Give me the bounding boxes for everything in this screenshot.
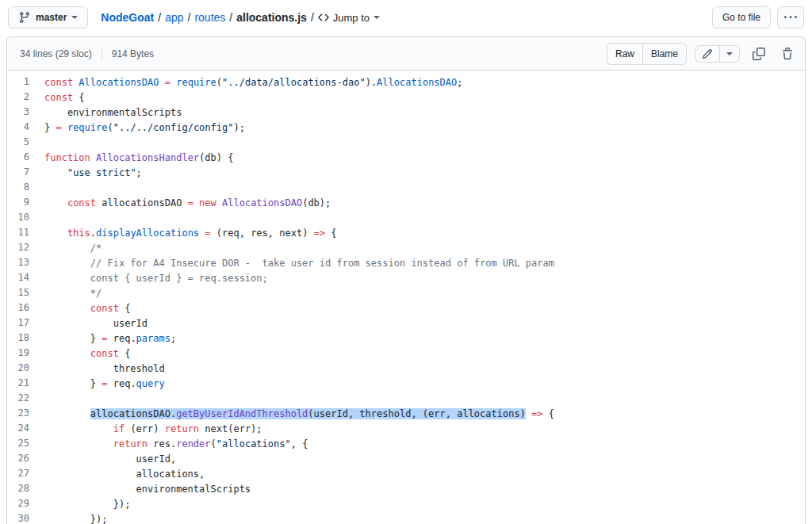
line-number[interactable]: 14 <box>7 271 44 286</box>
line-number[interactable]: 3 <box>7 105 44 120</box>
line-content: }); <box>44 497 805 512</box>
code-line: 7 "use strict"; <box>7 166 805 181</box>
chevron-down-icon <box>726 52 733 55</box>
line-number[interactable]: 25 <box>7 437 44 452</box>
raw-blame-group: Raw Blame <box>607 43 687 65</box>
line-number[interactable]: 10 <box>7 211 44 226</box>
line-number[interactable]: 21 <box>7 377 44 392</box>
line-content: /* <box>44 241 805 256</box>
line-content: const allocationsDAO = new AllocationsDA… <box>44 196 805 211</box>
line-number[interactable]: 8 <box>7 181 44 196</box>
line-content: } = req.params; <box>44 331 805 346</box>
breadcrumb-file-name: allocations.js <box>236 11 307 24</box>
delete-file-button[interactable] <box>778 44 797 63</box>
code-line: 6function AllocationsHandler(db) { <box>7 151 805 166</box>
breadcrumb-separator: / <box>158 11 161 24</box>
line-content: threshold <box>44 361 805 377</box>
line-number[interactable]: 6 <box>7 151 44 166</box>
line-content: userId <box>44 316 805 331</box>
code-line: 22 <box>7 392 805 407</box>
file-viewer: 34 lines (29 sloc) 914 Bytes Raw Blame <box>6 36 806 524</box>
line-number[interactable]: 7 <box>7 166 44 181</box>
code-line: 3 environmentalScripts <box>7 105 805 120</box>
chevron-down-icon <box>373 16 380 19</box>
line-number[interactable]: 30 <box>7 512 44 524</box>
edit-file-button[interactable] <box>695 45 720 63</box>
code-line: 2const { <box>7 90 805 105</box>
branch-selector-button[interactable]: master <box>8 6 88 29</box>
line-content: this.displayAllocations = (req, res, nex… <box>44 226 805 241</box>
code-line: 29 }); <box>7 497 805 512</box>
file-size: 914 Bytes <box>112 48 154 59</box>
file-nav-left: master NodeGoat / app / routes / allocat… <box>8 6 380 29</box>
code-line: 18 } = req.params; <box>7 331 805 346</box>
copy-file-button[interactable] <box>749 44 768 63</box>
line-number[interactable]: 26 <box>7 452 44 467</box>
line-content: } = require("../../config/config"); <box>44 120 805 136</box>
line-number[interactable]: 11 <box>7 226 44 241</box>
edit-options-dropdown-button[interactable] <box>719 45 740 63</box>
file-header: 34 lines (29 sloc) 914 Bytes Raw Blame <box>7 37 805 71</box>
code-line: 26 userId, <box>7 452 805 467</box>
line-content: const { <box>44 346 805 361</box>
code-line: 12 /* <box>7 241 805 256</box>
code-area: 1const AllocationsDAO = require("../data… <box>7 71 805 524</box>
go-to-file-button[interactable]: Go to file <box>712 6 771 29</box>
breadcrumb-dir-link-app[interactable]: app <box>165 11 183 24</box>
code-line: 21 } = req.query <box>7 377 805 392</box>
breadcrumb-separator: / <box>188 11 191 24</box>
blame-button[interactable]: Blame <box>642 43 687 65</box>
file-actions: Raw Blame <box>607 43 797 65</box>
line-number[interactable]: 23 <box>7 407 44 422</box>
trash-icon <box>781 48 794 60</box>
code-line: 9 const allocationsDAO = new Allocations… <box>7 196 805 211</box>
line-number[interactable]: 1 <box>7 75 44 90</box>
raw-button[interactable]: Raw <box>607 43 643 65</box>
line-content: environmentalScripts <box>44 482 805 497</box>
jump-to-label: Jump to <box>333 12 370 24</box>
line-content: userId, <box>44 452 805 467</box>
line-content: "use strict"; <box>44 166 805 181</box>
jump-to-dropdown[interactable]: Jump to <box>318 12 380 24</box>
line-number[interactable]: 28 <box>7 482 44 497</box>
code-table: 1const AllocationsDAO = require("../data… <box>7 75 805 524</box>
line-content <box>44 181 805 196</box>
line-content: const { <box>44 301 805 316</box>
line-number[interactable]: 12 <box>7 241 44 256</box>
line-number[interactable]: 20 <box>7 361 44 377</box>
code-line: 4} = require("../../config/config"); <box>7 120 805 136</box>
line-number[interactable]: 5 <box>7 136 44 151</box>
line-number[interactable]: 2 <box>7 90 44 105</box>
git-branch-icon <box>18 11 31 24</box>
code-line: 17 userId <box>7 316 805 331</box>
breadcrumb-repo-link[interactable]: NodeGoat <box>101 11 154 24</box>
code-line: 23 allocationsDAO.getByUserIdAndThreshol… <box>7 407 805 422</box>
more-options-button[interactable] <box>777 6 804 29</box>
line-content <box>44 136 805 151</box>
line-content: }); <box>44 512 805 524</box>
line-number[interactable]: 27 <box>7 467 44 482</box>
code-line: 30 }); <box>7 512 805 524</box>
line-number[interactable]: 13 <box>7 256 44 271</box>
line-number[interactable]: 4 <box>7 120 44 136</box>
code-icon <box>318 12 329 23</box>
line-number[interactable]: 19 <box>7 346 44 361</box>
line-content: // Fix for A4 Insecure DOR - take user i… <box>44 256 805 271</box>
line-number[interactable]: 17 <box>7 316 44 331</box>
edit-button-group <box>695 45 740 63</box>
line-content: */ <box>44 286 805 301</box>
code-line: 5 <box>7 136 805 151</box>
line-number[interactable]: 18 <box>7 331 44 346</box>
line-number[interactable]: 29 <box>7 497 44 512</box>
line-content <box>44 392 805 407</box>
pencil-icon <box>702 48 713 59</box>
line-number[interactable]: 22 <box>7 392 44 407</box>
line-content: const { userId } = req.session; <box>44 271 805 286</box>
line-number[interactable]: 16 <box>7 301 44 316</box>
line-number[interactable]: 9 <box>7 196 44 211</box>
line-number[interactable]: 24 <box>7 422 44 437</box>
line-number[interactable]: 15 <box>7 286 44 301</box>
breadcrumb-dir-link-routes[interactable]: routes <box>194 11 225 24</box>
code-line: 8 <box>7 181 805 196</box>
copy-icon <box>753 48 765 60</box>
